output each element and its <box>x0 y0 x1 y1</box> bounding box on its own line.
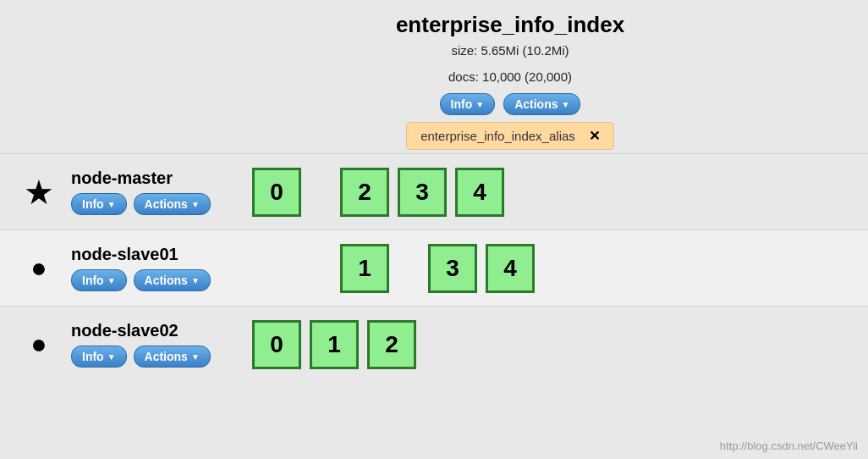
shard-cell[interactable]: 0 <box>252 168 301 217</box>
node-slave02-info-arrow: ▼ <box>107 352 116 362</box>
info-dropdown-arrow: ▼ <box>475 100 484 109</box>
node-master-shards: 0 2 3 4 <box>233 166 854 218</box>
node-slave02-shards-grid: 0 1 2 <box>250 318 418 371</box>
node-master-icon: ★ <box>14 173 64 212</box>
node-row: ★ node-master Info ▼ Actions ▼ <box>0 153 868 230</box>
node-row: ● node-slave02 Info ▼ Actions ▼ <box>0 306 868 382</box>
shard-slot: 1 <box>338 242 391 295</box>
node-slave02-actions-arrow: ▼ <box>191 352 200 362</box>
node-master-info-arrow: ▼ <box>107 200 116 209</box>
node-master-name: node-master <box>71 169 233 188</box>
main-container: enterprise_info_index size: 5.65Mi (10.2… <box>0 0 868 459</box>
index-docs: docs: 10,000 (20,000) <box>448 68 572 87</box>
shard-slot: 2 <box>365 318 418 371</box>
index-size: size: 5.65Mi (10.2Mi) <box>451 41 569 61</box>
index-button-row: Info ▼ Actions ▼ <box>440 93 581 115</box>
node-master-info-button[interactable]: Info ▼ <box>71 193 127 215</box>
shard-cell[interactable]: 4 <box>486 244 535 293</box>
shard-slot: 4 <box>484 242 536 295</box>
node-slave02-info-button[interactable]: Info ▼ <box>71 346 127 368</box>
shard-cell[interactable]: 4 <box>455 168 504 217</box>
node-master-buttons: Info ▼ Actions ▼ <box>71 193 233 215</box>
node-slave02-shards: 0 1 2 <box>233 318 854 371</box>
node-row: ● node-slave01 Info ▼ Actions ▼ <box>0 230 868 306</box>
node-slave01-name: node-slave01 <box>71 245 233 264</box>
node-slave01-actions-button[interactable]: Actions ▼ <box>134 269 211 291</box>
index-header-section: enterprise_info_index size: 5.65Mi (10.2… <box>152 0 868 153</box>
node-slave02-actions-button[interactable]: Actions ▼ <box>134 346 211 368</box>
shard-slot: 0 <box>250 318 303 371</box>
node-slave01-info-button[interactable]: Info ▼ <box>71 269 127 291</box>
shard-slot: 1 <box>308 318 360 371</box>
actions-dropdown-arrow: ▼ <box>562 100 570 109</box>
node-slave01-buttons: Info ▼ Actions ▼ <box>71 269 233 291</box>
node-slave01-info-arrow: ▼ <box>107 276 116 285</box>
node-slave02-buttons: Info ▼ Actions ▼ <box>71 346 233 368</box>
node-slave01-info: node-slave01 Info ▼ Actions ▼ <box>64 245 233 291</box>
shard-slot: 4 <box>453 166 506 218</box>
shard-cell[interactable]: 3 <box>428 244 477 293</box>
node-slave01-shards-grid: 1 3 4 <box>250 242 536 295</box>
node-master-actions-button[interactable]: Actions ▼ <box>134 193 211 215</box>
alias-close-button[interactable]: ✕ <box>589 128 600 144</box>
shard-slot: 2 <box>338 166 391 218</box>
index-info-button[interactable]: Info ▼ <box>440 93 496 115</box>
shard-cell[interactable]: 2 <box>367 320 416 369</box>
alias-text: enterprise_info_index_alias <box>420 129 575 143</box>
node-slave02-info: node-slave02 Info ▼ Actions ▼ <box>64 321 233 368</box>
shard-slot: 3 <box>396 166 448 218</box>
alias-badge: enterprise_info_index_alias ✕ <box>406 122 614 150</box>
shard-cell[interactable]: 0 <box>252 320 301 369</box>
shard-cell[interactable]: 1 <box>340 244 389 293</box>
node-slave01-actions-arrow: ▼ <box>191 276 200 285</box>
watermark: http://blog.csdn.net/CWeeYii <box>720 440 858 452</box>
shard-slot: 0 <box>250 166 303 218</box>
node-master-shards-grid: 0 2 3 4 <box>250 166 506 218</box>
node-slave02-name: node-slave02 <box>71 321 233 340</box>
node-master-actions-arrow: ▼ <box>191 200 200 209</box>
node-slave02-icon: ● <box>14 329 64 360</box>
shard-cell[interactable]: 2 <box>340 168 389 217</box>
nodes-area: ★ node-master Info ▼ Actions ▼ <box>0 153 868 382</box>
index-title: enterprise_info_index <box>396 12 624 38</box>
shard-slot: 3 <box>426 242 479 295</box>
shard-cell[interactable]: 1 <box>310 320 359 369</box>
shard-slot <box>250 242 303 295</box>
shard-empty <box>252 244 301 293</box>
node-slave01-icon: ● <box>14 252 64 284</box>
node-slave01-shards: 1 3 4 <box>233 242 854 295</box>
index-actions-button[interactable]: Actions ▼ <box>503 93 580 115</box>
node-master-info: node-master Info ▼ Actions ▼ <box>64 169 233 215</box>
shard-cell[interactable]: 3 <box>398 168 447 217</box>
